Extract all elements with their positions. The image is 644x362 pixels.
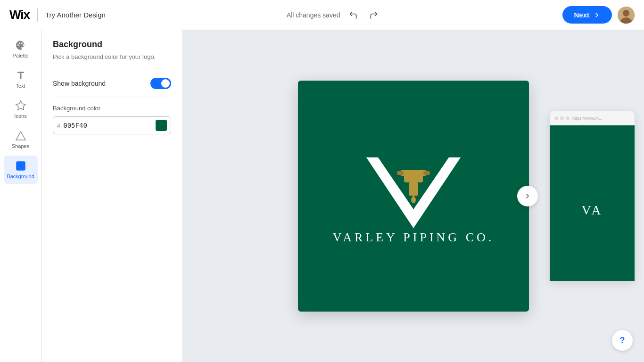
header-divider (37, 8, 38, 22)
svg-point-1 (623, 10, 629, 16)
sidebar-item-icons[interactable]: Icons (4, 95, 38, 123)
avatar[interactable] (618, 7, 635, 24)
sidebar-item-shapes[interactable]: Shapes (4, 125, 38, 154)
browser-dot-2 (560, 116, 564, 120)
panel-title: Background (53, 40, 171, 49)
color-input-row[interactable]: # 005F40 (53, 116, 171, 134)
icons-label: Icons (14, 113, 26, 119)
background-icon (15, 160, 26, 172)
company-name: Varley Piping Co. (333, 230, 495, 245)
browser-dot-1 (554, 116, 558, 120)
show-background-toggle[interactable] (150, 78, 171, 89)
shapes-icon (15, 130, 26, 141)
palette-label: Palette (12, 53, 28, 58)
sidebar-item-background[interactable]: Background (4, 156, 38, 184)
hash-symbol: # (57, 122, 60, 129)
help-button[interactable]: ? (612, 330, 633, 351)
browser-mockup-container: https://www.m... VA (550, 111, 644, 281)
svg-rect-10 (17, 163, 21, 166)
try-another-design-link[interactable]: Try Another Design (45, 11, 106, 19)
svg-point-5 (21, 42, 23, 44)
svg-point-3 (17, 44, 19, 46)
color-value[interactable]: 005F40 (63, 122, 153, 129)
header: Wix Try Another Design All changes saved… (0, 0, 644, 30)
browser-logo-text: VA (582, 203, 603, 218)
svg-rect-16 (423, 171, 430, 175)
browser-mockup: https://www.m... VA (550, 111, 635, 281)
sidebar-item-text[interactable]: Text (4, 65, 38, 93)
logo-graphic (362, 148, 465, 235)
shapes-label: Shapes (12, 143, 29, 149)
svg-point-6 (23, 44, 24, 46)
panel-divider-2 (53, 97, 171, 97)
browser-url: https://www.m... (572, 116, 603, 121)
header-right: Next (562, 6, 635, 24)
canvas: Varley Piping Co. https://www.m... VA (183, 30, 644, 362)
svg-rect-15 (397, 171, 404, 175)
header-left: Wix Try Another Design (9, 8, 106, 22)
nav-arrow-button[interactable] (517, 186, 538, 206)
color-swatch[interactable] (156, 120, 167, 131)
undo-button[interactable] (346, 8, 361, 23)
show-background-label: Show background (53, 80, 106, 87)
svg-rect-13 (409, 182, 418, 196)
svg-point-4 (19, 42, 20, 44)
sidebar-item-palette[interactable]: Palette (4, 35, 38, 63)
palette-icon (15, 40, 26, 51)
text-icon (15, 70, 26, 81)
browser-dot-3 (566, 116, 570, 120)
background-label: Background (7, 173, 34, 179)
browser-content: VA (550, 125, 635, 281)
toggle-thumb (161, 79, 170, 88)
icon-sidebar: Palette Text Icons Shapes (0, 30, 41, 362)
svg-marker-7 (16, 101, 25, 110)
next-button[interactable]: Next (562, 6, 612, 24)
panel-subtitle: Pick a background color for your logo. (53, 53, 171, 60)
panel-divider-1 (53, 70, 171, 70)
browser-bar: https://www.m... (550, 111, 635, 125)
wix-logo: Wix (9, 8, 30, 22)
background-panel: Background Pick a background color for y… (41, 30, 183, 362)
logo-preview-card: Varley Piping Co. (298, 81, 529, 312)
background-color-label: Background color (53, 105, 171, 112)
redo-button[interactable] (366, 8, 381, 23)
chevron-right-icon (524, 192, 531, 200)
browser-dots (554, 116, 570, 120)
changes-saved-text: All changes saved (287, 11, 340, 19)
header-center: All changes saved (106, 8, 563, 23)
text-label: Text (16, 83, 25, 89)
icons-icon (15, 100, 26, 111)
main-content: Palette Text Icons Shapes (0, 30, 644, 362)
show-background-row: Show background (53, 78, 171, 89)
